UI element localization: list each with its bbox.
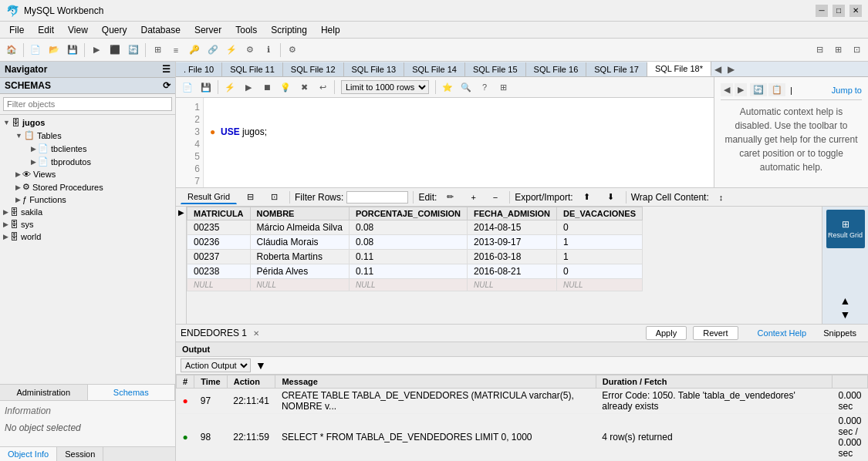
sql-tab-next[interactable]: ▶	[724, 62, 738, 76]
index-button[interactable]: 🔑	[186, 42, 203, 59]
context-copy-btn[interactable]: 📋	[768, 83, 785, 96]
field-types-tab[interactable]: ⊡	[264, 190, 285, 204]
tab-schemas[interactable]: Schemas	[88, 385, 176, 400]
run-line-btn[interactable]: ▶	[240, 79, 257, 96]
layout-btn-2[interactable]: ⊞	[829, 42, 846, 59]
session-tab[interactable]: Session	[57, 447, 103, 461]
save-query-button[interactable]: 💾	[64, 42, 81, 59]
apply-button[interactable]: Apply	[646, 326, 687, 340]
wrap-btn[interactable]: ↕	[712, 190, 731, 204]
table-row[interactable]: 00236 Cláudia Morais 0.08 2013-09-17 1	[187, 235, 643, 250]
object-info-tab[interactable]: Object Info	[0, 447, 57, 461]
output-row-97[interactable]: ● 97 22:11:41 CREATE TABLE TABLA_DE_VEND…	[177, 389, 868, 414]
stored-procedures-group[interactable]: ▶ ⚙ Stored Procedures	[0, 180, 175, 193]
import-btn[interactable]: ⬇	[600, 190, 621, 204]
edit-plus-btn[interactable]: +	[464, 190, 482, 204]
sql-tab-15[interactable]: SQL File 15	[465, 62, 526, 76]
sql-tab-prev[interactable]: ◀	[711, 62, 724, 76]
explain-btn[interactable]: 💡	[277, 79, 294, 96]
revert-button[interactable]: Revert	[693, 326, 738, 340]
info-button[interactable]: ℹ	[260, 42, 277, 59]
minimize-button[interactable]: ─	[816, 5, 828, 17]
menu-server[interactable]: Server	[188, 23, 228, 37]
maximize-button[interactable]: □	[833, 5, 845, 17]
refresh-button[interactable]: 🔄	[125, 42, 142, 59]
sql-tab-file10[interactable]: . File 10	[176, 62, 222, 76]
find-btn[interactable]: 🔍	[458, 79, 475, 96]
schema-item-jugos[interactable]: ▼ 🗄 jugos	[0, 116, 175, 129]
menu-scripting[interactable]: Scripting	[265, 23, 313, 37]
close-button[interactable]: ✕	[849, 5, 862, 17]
help-btn[interactable]: ?	[476, 79, 493, 96]
run-btn[interactable]: ⚡	[221, 79, 238, 96]
resume-btn[interactable]: ↩	[314, 79, 331, 96]
sql-tab-13[interactable]: SQL File 13	[344, 62, 405, 76]
layout-btn-1[interactable]: ⊟	[811, 42, 828, 59]
new-query-button[interactable]: 📄	[27, 42, 44, 59]
settings-button[interactable]: ⚙	[284, 42, 301, 59]
schema-item-world[interactable]: ▶ 🗄 world	[0, 230, 175, 243]
home-button[interactable]: 🏠	[3, 42, 20, 59]
table-row-null[interactable]: NULL NULL NULL NULL NULL	[187, 279, 643, 291]
output-dropdown-btn[interactable]: ▼	[255, 359, 266, 372]
sql-tab-18[interactable]: SQL File 18*	[647, 62, 711, 76]
views-group[interactable]: ▶ 👁 Views	[0, 168, 175, 180]
jump-to-label[interactable]: Jump to	[832, 86, 862, 95]
sql-editor[interactable]: 1 2 3 4 5 6 7 8 9 10 11 12 13	[176, 98, 714, 187]
endedores-tab-close[interactable]: ✕	[253, 329, 259, 338]
context-refresh-btn[interactable]: 🔄	[750, 83, 767, 96]
snippets-footer-tab[interactable]: Snippets	[816, 326, 863, 340]
sql-code-area[interactable]: ● USE jugos; ● CREATE TABLE TABLA_DE_VEN…	[204, 98, 714, 187]
menu-help[interactable]: Help	[315, 23, 346, 37]
schema-item-sys[interactable]: ▶ 🗄 sys	[0, 218, 175, 230]
new-file-btn[interactable]: 📄	[179, 79, 196, 96]
menu-query[interactable]: Query	[96, 23, 133, 37]
filter-input[interactable]	[346, 191, 408, 204]
table-item-tbprodutos[interactable]: ▶ 📄 tbprodutos	[0, 155, 175, 168]
table-button[interactable]: ⊞	[149, 42, 166, 59]
tab-administration[interactable]: Administration	[0, 385, 88, 400]
bookmark-btn[interactable]: ⭐	[439, 79, 456, 96]
trigger-button[interactable]: ⚡	[223, 42, 240, 59]
functions-group[interactable]: ▶ ƒ Functions	[0, 193, 175, 206]
output-type-select[interactable]: Action Output	[181, 358, 251, 372]
table-item-tbclientes[interactable]: ▶ 📄 tbclientes	[0, 142, 175, 155]
save-file-btn[interactable]: 💾	[198, 79, 214, 96]
sql-tab-12[interactable]: SQL File 12	[283, 62, 344, 76]
column-button[interactable]: ≡	[167, 42, 184, 59]
menu-file[interactable]: File	[3, 23, 30, 37]
schema-item-sakila[interactable]: ▶ 🗄 sakila	[0, 206, 175, 218]
execute-button[interactable]: ▶	[88, 42, 105, 59]
sql-tab-11[interactable]: SQL File 11	[222, 62, 283, 76]
tables-group[interactable]: ▼ 📋 Tables	[0, 129, 175, 142]
open-query-button[interactable]: 📂	[46, 42, 62, 59]
context-next-btn[interactable]: ▶	[735, 83, 747, 96]
search-input[interactable]	[3, 97, 172, 111]
result-table-wrapper[interactable]: MATRICULA NOMBRE PORCENTAJE_COMISION FEC…	[187, 207, 822, 324]
form-editor-tab[interactable]: ⊟	[240, 190, 261, 204]
fk-button[interactable]: 🔗	[204, 42, 221, 59]
edit-pencil-btn[interactable]: ✏	[440, 190, 461, 204]
sql-tab-16[interactable]: SQL File 16	[526, 62, 587, 76]
code-btn[interactable]: ⊞	[495, 79, 512, 96]
scroll-down-btn[interactable]: ▼	[840, 308, 851, 321]
stop-sql-btn[interactable]: ⏹	[258, 79, 275, 96]
edit-minus-btn[interactable]: −	[486, 190, 505, 204]
export-btn[interactable]: ⬆	[576, 190, 597, 204]
context-help-footer-tab[interactable]: Context Help	[751, 326, 814, 340]
menu-edit[interactable]: Edit	[32, 23, 60, 37]
layout-btn-3[interactable]: ⊡	[848, 42, 865, 59]
stop-all-btn[interactable]: ✖	[296, 79, 312, 96]
sql-tab-17[interactable]: SQL File 17	[586, 62, 647, 76]
menu-database[interactable]: Database	[135, 23, 187, 37]
result-grid-tab[interactable]: Result Grid	[181, 190, 237, 204]
output-row-98[interactable]: ● 98 22:11:59 SELECT * FROM TABLA_DE_VEN…	[177, 414, 868, 461]
navigator-menu-icon[interactable]: ☰	[162, 64, 171, 75]
stop-button[interactable]: ⬛	[106, 42, 123, 59]
table-row[interactable]: 00237 Roberta Martins 0.11 2016-03-18 1	[187, 250, 643, 264]
limit-select[interactable]: Limit to 1000 rows Limit to 500 rows Don…	[341, 80, 429, 94]
menu-tools[interactable]: Tools	[229, 23, 263, 37]
sql-tab-14[interactable]: SQL File 14	[404, 62, 465, 76]
scroll-up-btn[interactable]: ▲	[840, 294, 851, 307]
schemas-refresh-icon[interactable]: ⟳	[163, 80, 171, 91]
